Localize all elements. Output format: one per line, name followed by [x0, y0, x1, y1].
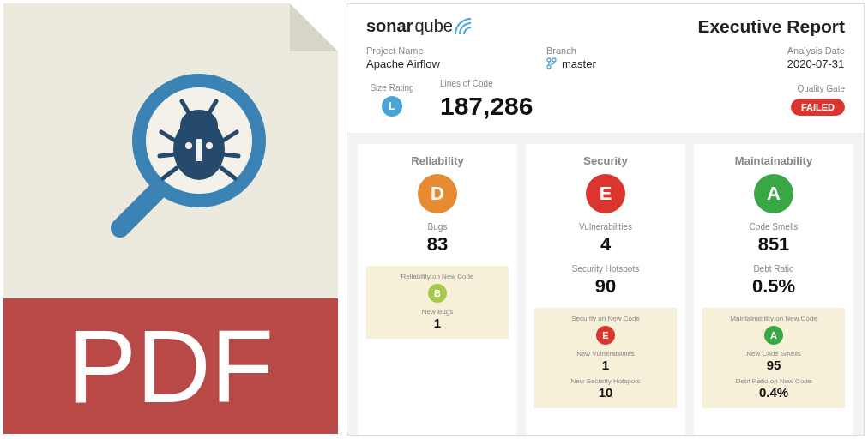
project-name: Apache Airflow — [366, 57, 546, 70]
vuln-label: Vulnerabilities — [579, 222, 632, 232]
maintainability-new-rating: A — [764, 326, 783, 345]
report-header: sonarqube Executive Report — [347, 4, 864, 45]
new-vuln-label: New Vulnerabilities — [576, 350, 635, 358]
project-name-label: Project Name — [366, 45, 546, 56]
bugs-label: Bugs — [428, 222, 448, 232]
hotspots-label: Security Hotspots — [572, 264, 639, 274]
svg-point-15 — [552, 58, 556, 62]
svg-line-6 — [160, 154, 175, 156]
new-vuln-value: 1 — [602, 358, 609, 372]
maintainability-card: Maintainability A Code Smells 851 Debt R… — [694, 144, 853, 435]
branch-label: Branch — [546, 45, 576, 56]
new-smells-label: New Code Smells — [746, 350, 801, 358]
new-debt-value: 0.4% — [759, 385, 788, 400]
svg-point-13 — [206, 142, 213, 149]
branch-name: master — [562, 57, 596, 70]
branch-icon — [546, 57, 557, 69]
summary-row: Size Rating L Lines of Code 187,286 Qual… — [347, 77, 864, 134]
new-debt-label: Debt Ratio on New Code — [736, 377, 812, 385]
quality-gate-label: Quality Gate — [797, 84, 845, 93]
svg-rect-11 — [196, 139, 202, 161]
maintainability-title: Maintainability — [735, 154, 812, 167]
security-newcode: Security on New Code E New Vulnerabiliti… — [534, 308, 677, 408]
debt-label: Debt Ratio — [753, 264, 793, 274]
brand-qube: qube — [414, 16, 453, 36]
pdf-file-icon: PDF — [3, 3, 338, 434]
quality-gate-badge: FAILED — [791, 99, 845, 116]
new-bugs-value: 1 — [434, 316, 441, 330]
svg-point-14 — [547, 58, 551, 62]
executive-report: sonarqube Executive Report Project Name … — [347, 3, 865, 436]
debt-value: 0.5% — [752, 275, 795, 298]
pdf-band: PDF — [3, 298, 338, 434]
size-rating-badge: L — [382, 96, 402, 117]
svg-point-16 — [547, 65, 551, 69]
security-new-title: Security on New Code — [571, 315, 640, 322]
new-bugs-label: New Bugs — [422, 308, 453, 316]
reliability-new-title: Reliability on New Code — [401, 273, 474, 280]
size-rating-label: Size Rating — [370, 83, 413, 93]
reliability-title: Reliability — [411, 154, 463, 167]
new-hotspots-value: 10 — [599, 385, 613, 400]
security-card: Security E Vulnerabilities 4 Security Ho… — [526, 144, 685, 435]
maintainability-newcode: Maintainability on New Code A New Code S… — [702, 308, 845, 408]
report-title: Executive Report — [697, 16, 845, 37]
hotspots-value: 90 — [595, 275, 616, 298]
reliability-newcode: Reliability on New Code B New Bugs 1 — [366, 266, 509, 339]
maintainability-new-title: Maintainability on New Code — [730, 315, 817, 322]
smells-value: 851 — [758, 233, 790, 256]
metrics-row: Reliability D Bugs 83 Reliability on New… — [347, 134, 864, 435]
security-new-rating: E — [596, 326, 615, 345]
svg-point-12 — [185, 142, 192, 149]
security-rating: E — [586, 174, 625, 213]
svg-line-9 — [223, 154, 238, 156]
pdf-label: PDF — [68, 307, 274, 425]
maintainability-rating: A — [754, 174, 793, 213]
reliability-new-rating: B — [428, 284, 447, 303]
analysis-date: 2020-07-31 — [787, 57, 845, 70]
brand-sonar: sonar — [366, 16, 413, 36]
loc-label: Lines of Code — [440, 79, 533, 88]
security-title: Security — [583, 154, 627, 167]
loc-value: 187,286 — [440, 92, 533, 121]
sonar-wave-icon — [455, 18, 472, 35]
new-hotspots-label: New Security Hotspots — [571, 377, 641, 385]
smells-label: Code Smells — [750, 222, 799, 232]
bug-magnifier-icon — [79, 63, 276, 261]
new-smells-value: 95 — [767, 358, 781, 372]
reliability-rating: D — [418, 174, 457, 213]
reliability-card: Reliability D Bugs 83 Reliability on New… — [358, 144, 517, 435]
vuln-value: 4 — [600, 233, 611, 256]
bugs-value: 83 — [427, 233, 448, 256]
analysis-date-label: Analysis Date — [787, 45, 845, 56]
sonarqube-logo: sonarqube — [366, 16, 472, 36]
meta-row: Project Name Apache Airflow Branch maste… — [347, 45, 864, 77]
